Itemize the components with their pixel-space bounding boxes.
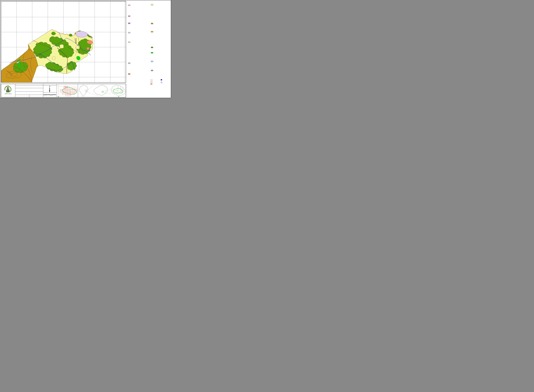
legend-swatch-bright-green [151,52,153,53]
legend-line-solid-maroon [150,81,153,81]
legend-swatch-light-blue [151,61,153,62]
legend-swatch-purple [128,23,130,24]
legend-swatch-forest-green [151,47,153,48]
drainage-lines [160,81,163,84]
legend-swatch-light-lavender [128,32,130,33]
apa-sul-location-dot [86,91,87,91]
legend-line-cased-red [150,84,153,84]
legend-swatch-light-pink [128,5,130,6]
location-legend-chip [118,96,119,97]
legend-swatch-gray [151,70,153,71]
legend-waterbody-icon [161,79,162,81]
index-legend-chip [58,97,59,97]
logo-figure-head [7,87,9,89]
clearing-3 [52,56,55,60]
waterbody-shape [161,79,162,80]
north-scale-panel: N [43,84,57,97]
logo-text: APA SUL [1,93,15,95]
legend-swatch-olive [151,23,153,24]
apa-sul-logo [1,84,15,97]
needle-fletch [49,90,50,92]
compass-needle [49,87,50,92]
index-sheet-grid [61,86,77,96]
north-label: N [49,86,50,87]
legend-swatch-salmon [128,73,130,75]
map-sheet-page: APA SUL N [0,0,171,98]
legend-swatch-light-gray [128,63,130,64]
clearing-2 [76,45,80,49]
legend-swatch-pink [128,16,130,17]
legend-swatch-orange [151,31,153,32]
scale-bar [43,94,56,95]
legend-line-solid-red [150,82,153,83]
salmon-patch-3 [87,47,89,50]
legend-panel [127,2,171,87]
sheet-index-inset [57,84,78,97]
legend-line-dotted-red [150,79,153,79]
title-block: APA SUL N [1,84,126,97]
main-map [1,1,126,83]
logo-keyhole-stem [8,90,8,92]
legend-swatch-pale-yellow [151,4,153,5]
location-inset [78,84,126,97]
minas-gerais-large [94,85,107,95]
clearing-1 [60,44,64,48]
legend-drainage-icon [160,81,163,84]
forest-patch-nw [33,42,52,58]
legend-swatch-mint [128,42,130,43]
